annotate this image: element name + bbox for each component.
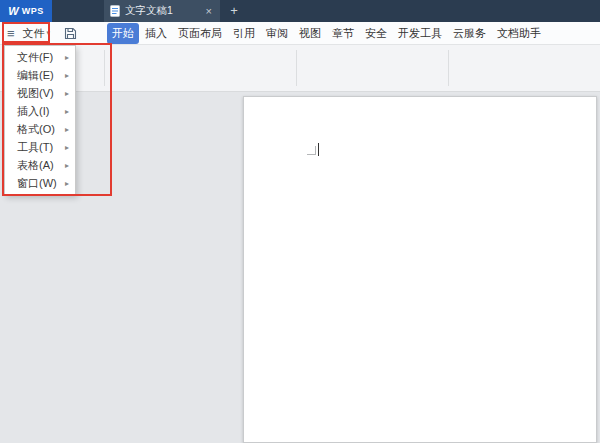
document-icon xyxy=(110,5,120,17)
menu-item-label: 工具(T) xyxy=(17,140,53,155)
submenu-arrow-icon: ▸ xyxy=(65,71,69,80)
tab-insert[interactable]: 插入 xyxy=(140,23,172,44)
save-icon xyxy=(64,27,77,40)
submenu-arrow-icon: ▸ xyxy=(65,89,69,98)
tab-view[interactable]: 视图 xyxy=(294,23,326,44)
submenu-arrow-icon: ▸ xyxy=(65,179,69,188)
document-page[interactable] xyxy=(243,96,597,443)
menu-item-view[interactable]: 视图(V) ▸ xyxy=(5,84,75,102)
tab-home[interactable]: 开始 xyxy=(107,23,139,44)
submenu-arrow-icon: ▸ xyxy=(65,125,69,134)
document-tab[interactable]: 文字文稿1 × xyxy=(104,0,220,22)
menu-item-label: 格式(O) xyxy=(17,122,55,137)
menubar: ≡ 文件 ▾ 开始 插入 页面布局 引用 审阅 视图 章节 安全 开发工具 云服… xyxy=(0,22,600,45)
submenu-arrow-icon: ▸ xyxy=(65,107,69,116)
menu-item-label: 窗口(W) xyxy=(17,176,57,191)
group-separator xyxy=(296,50,297,86)
submenu-arrow-icon: ▸ xyxy=(65,143,69,152)
tab-dev-tools[interactable]: 开发工具 xyxy=(393,23,447,44)
ribbon-tab-bar: 开始 插入 页面布局 引用 审阅 视图 章节 安全 开发工具 云服务 文档助手 xyxy=(107,23,546,44)
menu-item-label: 插入(I) xyxy=(17,104,49,119)
titlebar: W WPS 文字文稿1 × + xyxy=(0,0,600,22)
menu-item-tools[interactable]: 工具(T) ▸ xyxy=(5,138,75,156)
hamburger-menu-icon[interactable]: ≡ xyxy=(7,27,15,40)
file-menu-button[interactable]: 文件 ▾ xyxy=(23,26,51,41)
ribbon: 格式刷 宋体 (正文) ▾ 五号 ▾ A+ A- A× B I U ▾ A x²… xyxy=(0,45,600,92)
margin-corner-mark xyxy=(307,146,316,155)
menu-item-edit[interactable]: 编辑(E) ▸ xyxy=(5,66,75,84)
file-menu-label: 文件 xyxy=(23,26,45,41)
tab-page-layout[interactable]: 页面布局 xyxy=(173,23,227,44)
tab-doc-assistant[interactable]: 文档助手 xyxy=(492,23,546,44)
text-cursor xyxy=(318,143,319,156)
wps-writer-window: W WPS 文字文稿1 × + ≡ 文件 ▾ 开始 插入 页面布局 引用 审阅 … xyxy=(0,0,600,443)
wps-logo-icon: W xyxy=(8,6,18,17)
menu-item-label: 表格(A) xyxy=(17,158,54,173)
menu-item-label: 文件(F) xyxy=(17,50,53,65)
menu-item-window[interactable]: 窗口(W) ▸ xyxy=(5,174,75,192)
save-button[interactable] xyxy=(64,27,77,40)
chevron-down-icon: ▾ xyxy=(47,29,51,37)
document-tab-title: 文字文稿1 xyxy=(125,4,199,18)
tab-review[interactable]: 审阅 xyxy=(261,23,293,44)
menu-item-table[interactable]: 表格(A) ▸ xyxy=(5,156,75,174)
menu-item-file[interactable]: 文件(F) ▸ xyxy=(5,48,75,66)
document-area xyxy=(0,92,600,443)
menu-item-label: 视图(V) xyxy=(17,86,54,101)
group-separator xyxy=(104,50,105,86)
new-tab-button[interactable]: + xyxy=(226,3,242,19)
group-separator xyxy=(448,50,449,86)
wps-app-name: WPS xyxy=(22,7,44,16)
tab-section[interactable]: 章节 xyxy=(327,23,359,44)
tab-references[interactable]: 引用 xyxy=(228,23,260,44)
menu-item-label: 编辑(E) xyxy=(17,68,54,83)
menu-item-format[interactable]: 格式(O) ▸ xyxy=(5,120,75,138)
menu-item-insert[interactable]: 插入(I) ▸ xyxy=(5,102,75,120)
submenu-arrow-icon: ▸ xyxy=(65,53,69,62)
tab-cloud-service[interactable]: 云服务 xyxy=(448,23,491,44)
close-tab-icon[interactable]: × xyxy=(204,6,214,17)
tab-security[interactable]: 安全 xyxy=(360,23,392,44)
file-dropdown-menu: 文件(F) ▸ 编辑(E) ▸ 视图(V) ▸ 插入(I) ▸ 格式(O) ▸ … xyxy=(4,45,76,195)
wps-home-tab[interactable]: W WPS xyxy=(0,0,52,22)
submenu-arrow-icon: ▸ xyxy=(65,161,69,170)
